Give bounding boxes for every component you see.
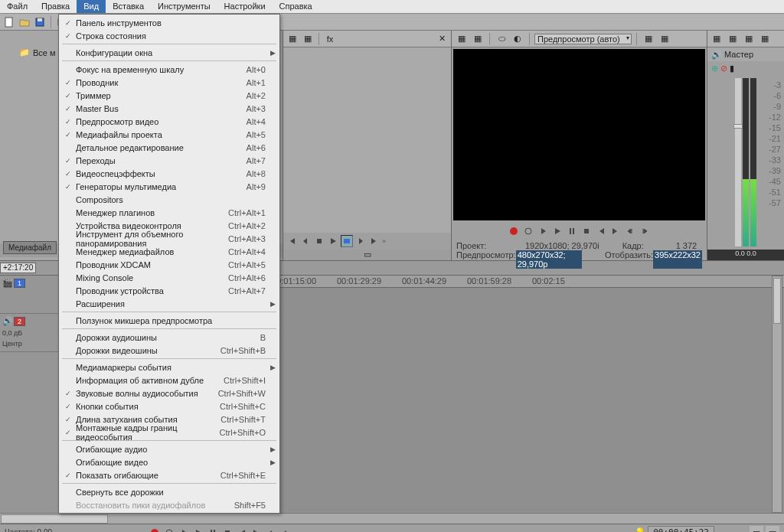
preview-quality-dropdown[interactable]: Предпросмотр (авто) (534, 34, 632, 44)
menu-item-31[interactable]: Информация об активном дублеCtrl+Shift+I (59, 374, 279, 387)
preview-btn1[interactable]: ▦ (455, 32, 469, 46)
trimmer-btn1[interactable]: ▦ (286, 32, 299, 46)
master-btn2[interactable]: ▦ (726, 32, 740, 46)
menu-item-27[interactable]: Дорожки аудиошиныB (59, 331, 279, 344)
trimmer-slider-icon[interactable]: ▭ (364, 250, 371, 259)
preview-goend[interactable] (609, 225, 622, 237)
audio-pan-field[interactable]: Центр (2, 340, 22, 348)
transport-stop[interactable] (221, 527, 234, 533)
menu-item-3[interactable]: Конфигурации окна▶ (59, 46, 279, 59)
trimmer-end[interactable] (368, 235, 381, 247)
menu-file[interactable]: Файл (0, 0, 34, 13)
preview-record[interactable] (508, 225, 520, 237)
preview-loop[interactable] (522, 225, 534, 237)
menu-insert[interactable]: Вставка (106, 0, 151, 13)
preview-overlay[interactable]: ▦ (642, 32, 655, 46)
preview-gostart[interactable] (595, 225, 607, 237)
trimmer-close[interactable]: ✕ (435, 32, 449, 46)
preview-playstart[interactable] (537, 225, 549, 237)
open-button[interactable] (18, 15, 31, 29)
transport-goend[interactable] (250, 527, 263, 533)
master-fx-icon[interactable]: ⊘ (720, 64, 727, 73)
menu-tools[interactable]: Инструменты (151, 0, 217, 13)
new-button[interactable] (2, 15, 16, 29)
menu-help[interactable]: Справка (273, 0, 319, 13)
menu-item-37[interactable]: Огибающие аудио▶ (59, 442, 279, 455)
menu-item-23[interactable]: Расширения▶ (59, 297, 279, 310)
transport-nextframe[interactable] (279, 527, 292, 533)
timeline-vscroll[interactable] (772, 276, 782, 513)
menu-item-19[interactable]: Менеджер медиафайловCtrl+Alt+4 (59, 245, 279, 258)
menu-item-8[interactable]: ✓Master BusAlt+3 (59, 102, 279, 115)
preview-play[interactable] (551, 225, 564, 237)
menu-item-6[interactable]: ✓ПроводникAlt+1 (59, 76, 279, 89)
preview-stop[interactable] (580, 225, 593, 237)
menu-item-18[interactable]: Инструмент для объемного панорамирования… (59, 232, 279, 245)
menu-item-11[interactable]: Детальное редактированиеAlt+6 (59, 141, 279, 154)
preview-prevframe[interactable] (624, 225, 636, 237)
transport-gostart[interactable] (236, 527, 248, 533)
menu-item-12[interactable]: ✓ПереходыAlt+7 (59, 154, 279, 167)
transport-zoom2[interactable]: ▭ (766, 526, 779, 533)
menu-item-25[interactable]: Ползунок микшера предпросмотра (59, 314, 279, 327)
menu-item-22[interactable]: Проводник устройстваCtrl+Alt+7 (59, 284, 279, 297)
trimmer-fx[interactable]: fx (323, 32, 337, 46)
menu-item-16[interactable]: Менеджер плагиновCtrl+Alt+1 (59, 206, 279, 219)
menu-item-1[interactable]: ✓Строка состояния (59, 29, 279, 42)
preview-fx[interactable]: ⬭ (495, 32, 508, 46)
transport-prevframe[interactable] (265, 527, 277, 533)
preview-btn2[interactable]: ▦ (471, 32, 485, 46)
master-mute-icon[interactable]: ▮ (730, 64, 734, 73)
menu-item-14[interactable]: ✓Генераторы мультимедиаAlt+9 (59, 180, 279, 193)
menu-view[interactable]: Вид (77, 0, 106, 13)
timecode-offset[interactable]: +2:17:20 (0, 263, 36, 273)
menu-item-20[interactable]: Проводник XDCAMCtrl+Alt+5 (59, 258, 279, 271)
track-video-header[interactable]: 🎬 1 (0, 276, 60, 314)
master-btn1[interactable]: ▦ (710, 32, 724, 46)
transport-pause[interactable] (207, 527, 219, 533)
transport-loop[interactable] (163, 527, 175, 533)
fader-left[interactable] (733, 124, 743, 129)
timeline-hscroll[interactable] (0, 513, 784, 524)
menu-item-21[interactable]: Mixing ConsoleCtrl+Alt+6 (59, 271, 279, 284)
menu-edit[interactable]: Правка (34, 0, 77, 13)
track-audio-header[interactable]: 🔊 2 0,0 дБ Центр (0, 314, 60, 352)
menu-item-33[interactable]: ✓Кнопки событияCtrl+Shift+C (59, 400, 279, 413)
menu-item-5[interactable]: Фокус на временную шкалуAlt+0 (59, 63, 279, 76)
menu-item-7[interactable]: ✓ТриммерAlt+2 (59, 89, 279, 102)
trimmer-loop[interactable] (341, 235, 353, 247)
save-button[interactable] (33, 15, 47, 29)
menu-item-35[interactable]: ✓Монтажные кадры границ видеособытияCtrl… (59, 426, 279, 439)
menu-item-38[interactable]: Огибающие видео▶ (59, 455, 279, 468)
trimmer-start[interactable] (286, 235, 298, 247)
trimmer-stop[interactable] (313, 235, 325, 247)
preview-ext[interactable]: ▦ (658, 32, 671, 46)
transport-timecode[interactable]: 00:00:45;22 (648, 526, 714, 532)
trimmer-next[interactable] (354, 235, 367, 247)
preview-split[interactable]: ◐ (511, 32, 524, 46)
trimmer-btn2[interactable]: ▦ (301, 32, 315, 46)
menu-item-10[interactable]: ✓Медиафайлы проектаAlt+5 (59, 128, 279, 141)
menu-item-15[interactable]: Compositors (59, 193, 279, 206)
menu-item-39[interactable]: ✓Показать огибающиеCtrl+Shift+E (59, 468, 279, 481)
master-btn4[interactable]: ▦ (758, 32, 772, 46)
transport-play[interactable] (192, 527, 204, 533)
transport-record[interactable] (149, 527, 161, 533)
menu-item-41[interactable]: Свернуть все дорожки (59, 485, 279, 498)
master-eq-icon[interactable]: ⊕ (711, 64, 718, 73)
trimmer-prev[interactable] (299, 235, 312, 247)
transport-playstart[interactable] (178, 527, 190, 533)
menu-item-30[interactable]: Медиамаркеры события▶ (59, 361, 279, 374)
explorer-bottom-tab[interactable]: Медиафайл (3, 241, 57, 254)
audio-db-field[interactable]: 0,0 дБ (2, 329, 22, 337)
menu-item-9[interactable]: ✓Предпросмотр видеоAlt+4 (59, 115, 279, 128)
master-btn3[interactable]: ▦ (742, 32, 756, 46)
menu-item-28[interactable]: Дорожки видеошиныCtrl+Shift+B (59, 344, 279, 357)
menu-item-13[interactable]: ✓ВидеоспецэффектыAlt+8 (59, 167, 279, 180)
menu-settings[interactable]: Настройки (217, 0, 273, 13)
menu-item-0[interactable]: ✓Панель инструментов (59, 16, 279, 29)
menu-item-32[interactable]: ✓Звуковые волны аудиособытияCtrl+Shift+W (59, 387, 279, 400)
transport-zoom1[interactable]: ▭ (750, 526, 763, 533)
preview-pause[interactable] (566, 225, 578, 237)
trimmer-play[interactable] (327, 235, 339, 247)
